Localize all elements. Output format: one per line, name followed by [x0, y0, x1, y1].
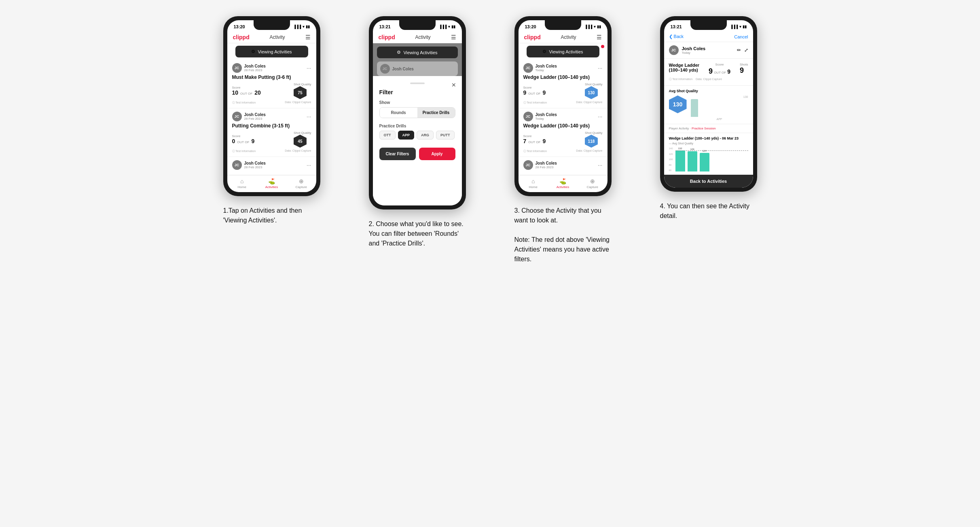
chart-subtitle: --- Avg Shot Quality — [669, 142, 748, 145]
viewing-activities-bar-3[interactable]: ⚙ Viewing Activities — [527, 46, 599, 57]
nav-home-1[interactable]: ⌂ Home — [227, 178, 257, 189]
hamburger-menu-1[interactable]: ☰ — [305, 34, 311, 40]
edit-icon[interactable]: ✏ — [737, 47, 741, 53]
nav-home-label-1: Home — [237, 185, 246, 189]
filter-modal-title: Filter — [379, 89, 455, 95]
nav-activities-3[interactable]: ⛳ Activities — [548, 178, 578, 189]
status-icons-3: ▐▐▐ ▾ ▮▮ — [584, 25, 601, 29]
avg-bar-app — [691, 99, 698, 117]
user-name-1-1: Josh Coles — [244, 64, 266, 68]
card-menu-1-1[interactable]: ··· — [307, 65, 311, 71]
card-menu-3-1[interactable]: ··· — [598, 65, 603, 71]
viewing-activities-bar-1[interactable]: ⚙ Viewing Activities — [235, 46, 308, 57]
score-label-3-1: Score — [523, 86, 546, 89]
y-label-80: 80 — [669, 164, 673, 166]
score-value-3-1: 9 — [523, 89, 527, 96]
avatar-4: JC — [669, 45, 679, 55]
app-header-title-1: Activity — [270, 34, 285, 40]
activity-name-1-1: Must Make Putting (3-6 ft) — [232, 74, 311, 80]
bar-1 — [675, 150, 685, 171]
status-icons-2: ▐▐▐ ▾ ▮▮ — [439, 25, 455, 29]
back-button[interactable]: ❮ Back — [669, 34, 684, 39]
activity-card-1-3[interactable]: JC Josh Coles 28 Feb 2023 ··· — [227, 157, 316, 175]
activity-card-3-2[interactable]: JC Josh Coles Today ··· Wedge Ladder (10… — [519, 108, 607, 157]
activity-name-3-2: Wedge Ladder (100–140 yds) — [523, 123, 603, 129]
bottom-nav-3: ⌂ Home ⛳ Activities ⊕ Capture — [519, 175, 607, 192]
status-time-1: 13:20 — [234, 24, 245, 29]
activity-card-1-2[interactable]: JC Josh Coles 28 Feb 2023 ··· Putting Co… — [227, 108, 316, 157]
drill-tag-putt[interactable]: PUTT — [436, 131, 455, 140]
shots-value-1-1: 20 — [254, 89, 261, 96]
nav-activities-1[interactable]: ⛳ Activities — [257, 178, 286, 189]
card-menu-3-2[interactable]: ··· — [598, 113, 603, 120]
signal-icon-2: ▐▐▐ — [439, 25, 447, 29]
cancel-button[interactable]: Cancel — [734, 34, 748, 39]
outof-1-2: OUT OF — [237, 140, 249, 144]
modal-handle — [410, 83, 425, 84]
phone-notch-4 — [690, 20, 727, 30]
user-date-3-2: Today — [536, 117, 557, 121]
card-menu-1-3[interactable]: ··· — [307, 162, 311, 168]
nav-capture-label-1: Capture — [296, 185, 307, 189]
hamburger-menu-2[interactable]: ☰ — [451, 34, 456, 40]
nav-capture-label-3: Capture — [587, 185, 598, 189]
phone-screen-1: 13:20 ▐▐▐ ▾ ▮▮ clippd Activity ☰ ⚙ Viewi… — [227, 20, 316, 192]
expand-icon[interactable]: ⤢ — [744, 47, 748, 53]
sq-label-3-1: Shot Quality — [585, 83, 603, 86]
viewing-activities-label-3: Viewing Activities — [549, 49, 583, 54]
practice-drills-toggle[interactable]: Practice Drills — [417, 108, 455, 118]
rounds-toggle[interactable]: Rounds — [380, 108, 417, 118]
phone-notch-1 — [254, 20, 290, 30]
app-logo-2: clippd — [379, 34, 395, 40]
activity-card-3-1[interactable]: JC Josh Coles Today ··· Wedge Ladder (10… — [519, 60, 607, 108]
caption-3: 3. Choose the Activity that you want to … — [514, 206, 612, 264]
detail-user-name: Josh Coles — [682, 46, 706, 51]
avatar-2-bg: JC — [380, 64, 390, 74]
drill-tag-app[interactable]: APP — [398, 131, 415, 140]
detail-shots: 9 — [727, 68, 730, 75]
user-name-3-1: Josh Coles — [536, 64, 557, 68]
info-right-3-1: Data: Clippd Capture — [576, 101, 602, 105]
hamburger-menu-3[interactable]: ☰ — [597, 34, 602, 40]
activity-card-3-3[interactable]: JC Josh Coles 28 Feb 2023 ··· — [519, 157, 607, 175]
status-icons-1: ▐▐▐ ▾ ▮▮ — [293, 25, 309, 29]
capture-icon-3: ⊕ — [590, 178, 595, 184]
caption-4: 4. You can then see the Activity detail. — [660, 201, 757, 221]
bar-2 — [688, 151, 697, 171]
detail-header: ❮ Back Cancel — [664, 32, 753, 42]
nav-capture-3[interactable]: ⊕ Capture — [578, 178, 607, 189]
sq-label-1-2: Shot Quality — [294, 131, 311, 135]
score-label-3-2: Score — [523, 134, 546, 138]
clear-filters-button[interactable]: Clear Filters — [379, 148, 416, 160]
user-name-3-3: Josh Coles — [536, 161, 557, 165]
nav-home-3[interactable]: ⌂ Home — [519, 178, 548, 189]
back-to-activities-button[interactable]: Back to Activities — [664, 175, 753, 188]
battery-icon-4: ▮▮ — [743, 25, 747, 29]
detail-activity-name: Wedge Ladder(100–140 yds) — [669, 63, 700, 72]
avg-shot-title: Avg Shot Quality — [669, 89, 748, 93]
drill-tag-ott[interactable]: OTT — [379, 131, 396, 140]
filter-modal: ✕ Filter Show Rounds Practice Drills Pra… — [373, 76, 462, 205]
activity-card-1-1[interactable]: JC Josh Coles 28 Feb 2023 ··· Must Make … — [227, 60, 316, 108]
bar-group-1: 132 — [675, 147, 685, 171]
detail-outof-label: OUT OF — [714, 71, 726, 74]
y-label-60: 60 — [669, 169, 673, 171]
phone-frame-3: 13:20 ▐▐▐ ▾ ▮▮ clippd Activity ☰ ⚙ Viewi… — [514, 16, 612, 196]
viewing-activities-bar-2[interactable]: ⚙ Viewing Activities — [377, 47, 458, 58]
card-menu-1-2[interactable]: ··· — [307, 113, 311, 120]
page-container: 13:20 ▐▐▐ ▾ ▮▮ clippd Activity ☰ ⚙ Viewi… — [207, 16, 773, 264]
info-left-1-1: ⓘ Test Information — [232, 101, 256, 105]
modal-close-button[interactable]: ✕ — [451, 82, 456, 88]
activity-name-3-1: Wedge Ladder (100–140 yds) — [523, 74, 603, 80]
sq-label-3-2: Shot Quality — [585, 131, 603, 135]
avatar-3-2: JC — [523, 112, 533, 121]
phone-screen-2: 13:21 ▐▐▐ ▾ ▮▮ clippd Activity ☰ ⚙ — [373, 20, 462, 205]
bottom-nav-1: ⌂ Home ⛳ Activities ⊕ Capture — [227, 175, 316, 192]
user-date-3-3: 28 Feb 2023 — [536, 165, 557, 169]
phone-screen-4: 13:21 ▐▐▐ ▾ ▮▮ ❮ Back Cancel JC — [664, 20, 753, 188]
card-menu-3-3[interactable]: ··· — [598, 162, 603, 168]
drill-tag-arg[interactable]: ARG — [417, 131, 434, 140]
nav-capture-1[interactable]: ⊕ Capture — [286, 178, 316, 189]
phone-column-2: 13:21 ▐▐▐ ▾ ▮▮ clippd Activity ☰ ⚙ — [353, 16, 482, 264]
apply-button[interactable]: Apply — [419, 148, 455, 160]
